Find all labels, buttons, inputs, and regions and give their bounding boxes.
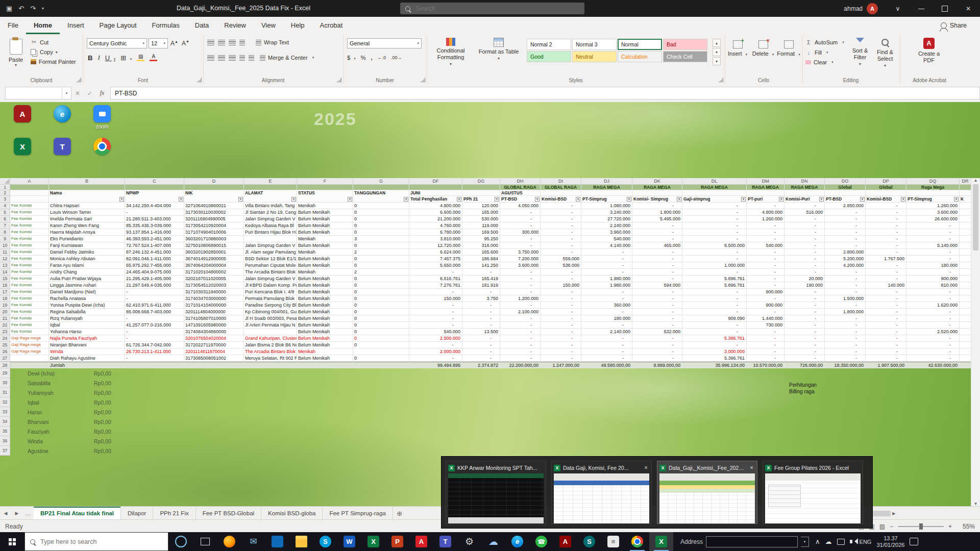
data-cell[interactable]: - <box>785 335 825 342</box>
data-cell[interactable]: - <box>825 348 866 355</box>
data-cell[interactable]: 2.000.000 <box>409 348 462 355</box>
group-header-cell[interactable]: RAGA MEGA <box>682 185 747 190</box>
data-cell[interactable]: - <box>825 335 866 342</box>
data-cell[interactable]: 0 <box>353 329 409 335</box>
wrap-text-button[interactable]: Wrap Text <box>256 39 289 45</box>
data-cell[interactable]: - <box>866 302 906 309</box>
data-cell[interactable]: - <box>906 249 960 256</box>
address-input[interactable] <box>706 536 798 547</box>
group-header-cell[interactable] <box>125 185 184 190</box>
data-cell[interactable]: Jalan Bisma 2 Blok B6 No <box>244 342 297 348</box>
group-header-cell[interactable]: RAGA MEGA <box>785 185 825 190</box>
preview-thumbnail[interactable] <box>448 473 544 523</box>
data-cell[interactable]: - <box>682 229 747 236</box>
data-cell[interactable]: - <box>906 269 960 276</box>
data-cell[interactable]: - <box>906 229 960 236</box>
filter-arrow-icon[interactable]: ▾ <box>291 197 296 202</box>
vertical-scrollbar[interactable]: ▲ ▼ <box>971 178 980 506</box>
data-cell[interactable]: 7.200.000 <box>500 256 541 262</box>
data-cell[interactable] <box>244 362 297 368</box>
data-cell[interactable]: 49.580.000,00 <box>581 362 632 368</box>
row-header[interactable]: 17 <box>0 289 10 295</box>
data-cell[interactable]: - <box>906 295 960 302</box>
address-dropdown-icon[interactable]: ▾ <box>801 537 809 547</box>
desktop-icon-chrome[interactable] <box>84 138 120 155</box>
row-header[interactable]: 4 <box>0 203 10 209</box>
data-cell[interactable]: - <box>866 216 906 222</box>
data-cell[interactable]: Jumlah <box>49 362 125 368</box>
cell-style-normal-3[interactable]: Normal 3 <box>572 39 617 50</box>
category-cell[interactable]: Fee Komisi <box>10 315 49 322</box>
data-cell[interactable]: 6.624.000 <box>409 249 462 256</box>
share-button[interactable]: Share <box>941 22 967 29</box>
data-cell[interactable]: 6.600.000 <box>409 209 462 216</box>
table-subheader-cell[interactable]: PT-BSD▾ <box>825 196 866 203</box>
data-cell[interactable]: - <box>541 309 581 315</box>
data-cell[interactable]: - <box>125 355 184 362</box>
data-cell[interactable]: - <box>409 289 462 295</box>
table-header-cell[interactable] <box>10 190 49 196</box>
data-cell[interactable]: 0 <box>353 282 409 289</box>
table-subheader-cell[interactable]: PT-BSD▾ <box>500 196 541 203</box>
decrease-indent-icon[interactable] <box>239 55 245 61</box>
category-cell[interactable] <box>10 362 49 368</box>
data-cell[interactable]: 3201114804000000 <box>184 309 244 315</box>
row-header[interactable]: 21 <box>0 315 10 322</box>
data-cell[interactable]: 3172022711970000 <box>184 342 244 348</box>
data-cell[interactable]: Jl. Alam segar Pamulang <box>244 249 297 256</box>
taskbar-app-chrome[interactable] <box>625 532 649 551</box>
data-cell[interactable]: - <box>682 209 747 216</box>
table-subheader-cell[interactable]: ▾ <box>244 196 297 203</box>
data-cell[interactable]: 0 <box>353 335 409 342</box>
close-button[interactable]: ✕ <box>957 0 980 17</box>
data-cell[interactable]: 1.080.000 <box>581 203 632 209</box>
table-subheader-cell[interactable]: ▾ <box>297 196 353 203</box>
group-header-cell[interactable] <box>10 185 49 190</box>
data-cell[interactable]: - <box>682 236 747 242</box>
taskbar-app-teams[interactable]: T <box>433 532 457 551</box>
data-cell[interactable]: 65.975.292.7-455.000 <box>125 262 184 269</box>
row-header[interactable]: 5 <box>0 209 10 216</box>
data-cell[interactable]: 3674064204000004 <box>184 262 244 269</box>
data-cell[interactable]: 119.000 <box>462 222 500 229</box>
data-cell[interactable]: 4.800.000 <box>409 203 462 209</box>
data-cell[interactable]: - <box>541 289 581 295</box>
bold-button[interactable]: B <box>88 54 92 62</box>
data-cell[interactable]: 540.000 <box>409 329 462 335</box>
data-cell[interactable]: - <box>825 229 866 236</box>
data-cell[interactable]: 10.570.000,00 <box>747 362 785 368</box>
row-header[interactable]: 31 <box>0 388 10 397</box>
data-cell[interactable]: 3173054210920004 <box>184 222 244 229</box>
data-cell[interactable]: 0 <box>353 242 409 249</box>
data-cell[interactable]: The Arcadia Bintaro Blok <box>244 348 297 355</box>
data-cell[interactable]: 0 <box>353 295 409 302</box>
taskbar-search-input[interactable] <box>39 538 154 546</box>
column-header-B[interactable]: B <box>49 178 125 185</box>
data-cell[interactable]: - <box>866 249 906 256</box>
data-cell[interactable]: 8.500.000 <box>682 242 747 249</box>
zoom-slider[interactable] <box>898 526 944 527</box>
table-subheader-cell[interactable]: PT-Simprug▾ <box>906 196 960 203</box>
data-cell[interactable]: - <box>682 329 747 335</box>
data-cell[interactable]: - <box>500 302 541 309</box>
table-subheader-cell[interactable]: Komisi-BSD▾ <box>866 196 906 203</box>
data-cell[interactable]: - <box>747 256 785 262</box>
data-cell[interactable]: - <box>825 236 866 242</box>
data-cell[interactable]: - <box>682 309 747 315</box>
data-cell[interactable]: Daniel Mardjono (Niel) <box>49 289 125 295</box>
data-cell[interactable]: - <box>541 295 581 302</box>
data-cell[interactable] <box>960 362 971 368</box>
data-cell[interactable]: 4.140.000 <box>581 242 632 249</box>
data-cell[interactable]: 62.410.971.6-411.000 <box>125 302 184 309</box>
data-cell[interactable]: - <box>866 295 906 302</box>
filter-arrow-icon[interactable]: ▾ <box>535 197 540 202</box>
menu-tab-file[interactable]: File <box>0 17 26 34</box>
table-subheader-cell[interactable]: Komisi-BSD▾ <box>541 196 581 203</box>
filter-arrow-icon[interactable]: ▾ <box>677 197 681 202</box>
scroll-up-icon[interactable]: ▲ <box>974 178 978 183</box>
data-cell[interactable]: - <box>785 355 825 362</box>
cell-style-calculation[interactable]: Calculation <box>618 51 662 62</box>
preview-thumbnail[interactable] <box>659 473 755 523</box>
data-cell[interactable]: 540.000 <box>581 236 632 242</box>
data-cell[interactable] <box>960 262 971 269</box>
